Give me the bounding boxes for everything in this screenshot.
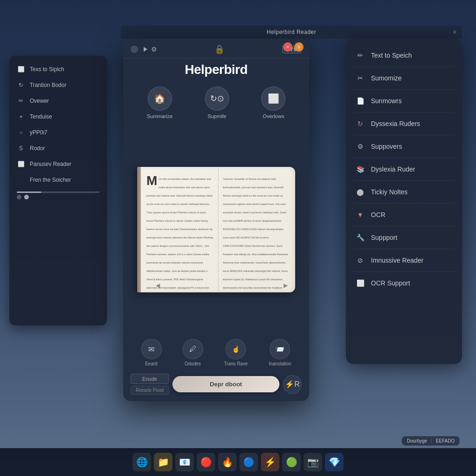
- lp-label-1: Trantion Bodor: [30, 82, 66, 88]
- hb-summarize-label: Summarize: [147, 113, 173, 119]
- rp-divider-1: [353, 89, 455, 90]
- taskbar: 🌐 📁 📧 🔴 🔥 🔵 ⚡ 🟢 📷 💎: [0, 448, 476, 476]
- hb-rescale-btn[interactable]: Rrescle Pood: [131, 386, 169, 395]
- hb-close-btn[interactable]: ×: [283, 42, 292, 52]
- rp-item-ocr-support[interactable]: ⬜ OCR Support: [346, 274, 462, 292]
- lp-item-ovewer[interactable]: ✏ Ovewer: [9, 93, 107, 109]
- lp-icon-1: ↻: [17, 81, 25, 89]
- lp-item-panusev[interactable]: ⬜ Panusev Reader: [9, 156, 107, 172]
- taskbar-icon-app2[interactable]: 🔵: [239, 453, 258, 471]
- helperbird-window: × S ⚙ 🔒 DYC Helperbird 🏠 Summarize ↻⊙ Su…: [123, 39, 309, 401]
- lp-label-2: Ovewer: [30, 98, 49, 104]
- titlebar-title: Helperbird Reader: [267, 29, 317, 35]
- lp-item-trantion[interactable]: ↻ Trantion Bodor: [9, 77, 107, 93]
- rp-item-dyssexia[interactable]: ↻ Dyssexia Ruders: [346, 114, 462, 133]
- lp-dot-0[interactable]: [17, 195, 21, 199]
- hb-trans-rave-label: Trans Rave: [224, 361, 248, 366]
- rp-label-imnussive: Imnussive Reader: [371, 257, 423, 264]
- rp-item-suppovers[interactable]: ⚙ Suppovers: [346, 137, 462, 156]
- hb-win-controls: × S: [283, 42, 304, 52]
- taskbar-icon-firefox[interactable]: 🔥: [218, 453, 237, 471]
- hb-action-buttons: 🏠 Summarize ↻⊙ Supmife ⬜ Overlows: [123, 83, 309, 125]
- rp-icon-ocr: ▼: [355, 210, 365, 220]
- hb-tool-inanslation[interactable]: 📨 Inanslation: [269, 339, 291, 366]
- rp-label-text-to-speech: Text to Speich: [371, 52, 412, 59]
- hb-main-action-btn[interactable]: Depr dboot: [172, 376, 279, 392]
- rp-item-dyslexia-ruder[interactable]: 📚 Dyslexia Ruder: [346, 160, 462, 178]
- lp-label-4: yPP0i7: [30, 129, 47, 136]
- hb-gear-icon[interactable]: ⚙: [151, 46, 157, 53]
- hb-inanslation-icon: 📨: [270, 339, 290, 359]
- taskbar-icon-app1[interactable]: 🔴: [197, 453, 215, 471]
- taskbar-icon-mail[interactable]: 📧: [175, 453, 194, 471]
- window-titlebar: Helperbird Reader ×: [121, 26, 462, 39]
- rp-icon-ocr-support: ⬜: [355, 278, 365, 288]
- lp-item-yppoi7[interactable]: ○ yPP0i7: [9, 125, 107, 140]
- hb-trans-rave-icon: ☝: [225, 339, 246, 359]
- hb-eeard-icon: ✉: [141, 339, 162, 359]
- hb-footer-icon[interactable]: ⚡R: [283, 375, 302, 394]
- taskbar-icon-app4[interactable]: 🟢: [282, 453, 301, 471]
- hb-book-next-arrow[interactable]: ▶: [284, 282, 288, 289]
- lp-icon-2: ✏: [17, 97, 25, 105]
- hb-play-icon[interactable]: [144, 47, 147, 52]
- hb-minimize-btn[interactable]: S: [294, 42, 304, 52]
- lp-label-7: Fren the Soicher: [30, 177, 71, 183]
- hb-book-spine: [137, 167, 141, 292]
- hb-inanslation-label: Inanslation: [269, 361, 291, 366]
- hb-header-left: ⚙: [131, 46, 157, 53]
- rp-divider-4: [353, 158, 455, 158]
- lp-label-5: Rodor: [30, 145, 45, 152]
- hb-lock-icon: 🔒: [214, 44, 225, 54]
- hb-tool-ododes[interactable]: 🖊 Ododes: [183, 339, 203, 366]
- rp-item-tickiy-noltes[interactable]: ⬤ Tickiy Noltes: [346, 183, 462, 201]
- rp-icon-text-to-speech: ✏: [355, 50, 365, 60]
- hb-footer-icon-symbol: ⚡R: [285, 380, 300, 389]
- hb-tool-eeard[interactable]: ✉ Eeard: [141, 339, 162, 366]
- lp-icon-0: ⬜: [17, 65, 25, 73]
- rp-item-ocr[interactable]: ▼ OCR: [346, 205, 462, 224]
- hb-ododes-label: Ododes: [185, 361, 201, 366]
- rp-divider-7: [353, 226, 455, 226]
- hb-header: ⚙ 🔒 DYC: [123, 39, 309, 59]
- left-panel: ⬜ Texs to Sipich ↻ Trantion Bodor ✏ Ovew…: [9, 56, 107, 325]
- lp-slider[interactable]: [17, 192, 99, 193]
- hb-overlows-btn[interactable]: ⬜ Overlows: [261, 86, 285, 119]
- rp-icon-sunmowrs: 📄: [355, 96, 365, 106]
- rp-item-imnussive[interactable]: ⊘ Imnussive Reader: [346, 251, 462, 270]
- lp-item-text-to-speech[interactable]: ⬜ Texs to Sipich: [9, 61, 107, 77]
- taskbar-icon-app5[interactable]: 📷: [304, 453, 322, 471]
- lp-item-tenduise[interactable]: ⌖ Tenduise: [9, 109, 107, 125]
- lp-dot-1[interactable]: [24, 195, 29, 199]
- hb-book: M On this remarkable subject, the mentat…: [137, 167, 295, 292]
- hb-supmife-btn[interactable]: ↻⊙ Supmife: [205, 86, 229, 119]
- rp-icon-suppport: 🔧: [355, 232, 365, 243]
- hb-tool-trans-rave[interactable]: ☝ Trans Rave: [224, 339, 248, 366]
- tray-time: EEFADO: [436, 438, 455, 443]
- rp-item-suppport[interactable]: 🔧 Suppport: [346, 228, 462, 247]
- hb-enable-btn[interactable]: Enude: [131, 374, 169, 384]
- titlebar-close-btn[interactable]: ×: [453, 28, 456, 36]
- tray-separator: |: [431, 438, 432, 443]
- taskbar-icon-finder[interactable]: 📁: [154, 453, 172, 471]
- taskbar-icon-chrome[interactable]: 🌐: [132, 453, 151, 471]
- rp-item-text-to-speech[interactable]: ✏ Text to Speich: [346, 46, 462, 65]
- hb-book-left-page: M On this remarkable subject, the mentat…: [141, 167, 218, 292]
- hb-overlows-icon: ⬜: [261, 86, 285, 111]
- rp-item-sunmowrs[interactable]: 📄 Sunmowrs: [346, 92, 462, 110]
- lp-icon-3: ⌖: [17, 112, 25, 121]
- taskbar-icon-app3[interactable]: ⚡: [261, 453, 279, 471]
- lp-label-0: Texs to Sipich: [30, 66, 64, 73]
- rp-label-suppport: Suppport: [371, 234, 397, 241]
- lp-item-fren[interactable]: Fren the Soicher: [9, 172, 107, 188]
- hb-title-row: Helperbird: [123, 59, 309, 83]
- hb-overlows-label: Overlows: [263, 113, 284, 119]
- rp-item-sumomize[interactable]: ✂ Sumomize: [346, 69, 462, 87]
- lp-item-rodor[interactable]: S Rodor: [9, 140, 107, 156]
- hb-summarize-btn[interactable]: 🏠 Summarize: [147, 86, 173, 119]
- rp-icon-dyssexia: ↻: [355, 119, 365, 129]
- rp-label-dyslexia-ruder: Dyslexia Ruder: [371, 165, 415, 173]
- rp-label-suppovers: Suppovers: [371, 143, 402, 150]
- hb-book-prev-arrow[interactable]: ◀: [156, 282, 160, 289]
- taskbar-icon-app6[interactable]: 💎: [325, 453, 344, 471]
